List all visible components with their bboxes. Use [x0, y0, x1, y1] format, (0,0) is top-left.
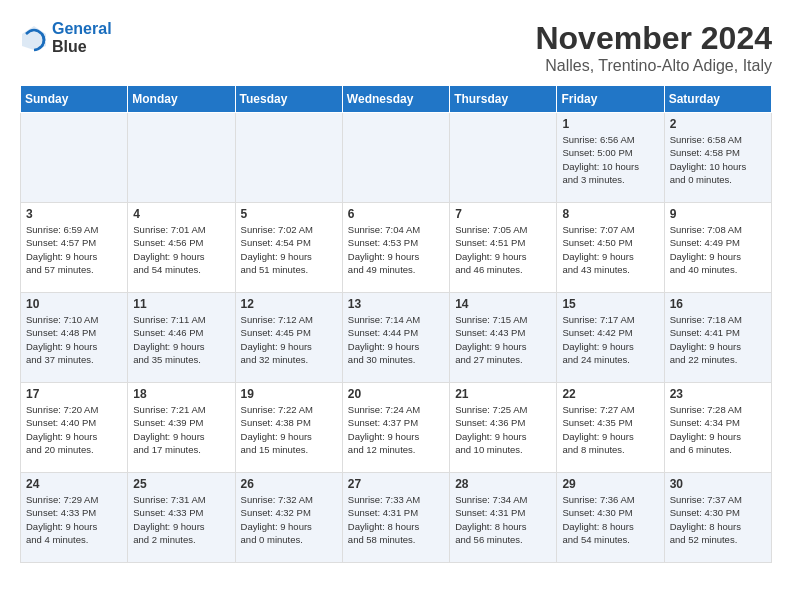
calendar-cell: 10Sunrise: 7:10 AMSunset: 4:48 PMDayligh…: [21, 293, 128, 383]
calendar-cell: [342, 113, 449, 203]
day-number: 21: [455, 387, 551, 401]
calendar-cell: 6Sunrise: 7:04 AMSunset: 4:53 PMDaylight…: [342, 203, 449, 293]
day-info: Sunrise: 7:05 AMSunset: 4:51 PMDaylight:…: [455, 223, 551, 276]
day-number: 8: [562, 207, 658, 221]
day-number: 5: [241, 207, 337, 221]
calendar-cell: 17Sunrise: 7:20 AMSunset: 4:40 PMDayligh…: [21, 383, 128, 473]
day-info: Sunrise: 7:14 AMSunset: 4:44 PMDaylight:…: [348, 313, 444, 366]
calendar-cell: 30Sunrise: 7:37 AMSunset: 4:30 PMDayligh…: [664, 473, 771, 563]
calendar-header: SundayMondayTuesdayWednesdayThursdayFrid…: [21, 86, 772, 113]
day-number: 13: [348, 297, 444, 311]
calendar-cell: 27Sunrise: 7:33 AMSunset: 4:31 PMDayligh…: [342, 473, 449, 563]
day-info: Sunrise: 7:34 AMSunset: 4:31 PMDaylight:…: [455, 493, 551, 546]
day-number: 24: [26, 477, 122, 491]
calendar-body: 1Sunrise: 6:56 AMSunset: 5:00 PMDaylight…: [21, 113, 772, 563]
weekday-header-friday: Friday: [557, 86, 664, 113]
day-info: Sunrise: 7:20 AMSunset: 4:40 PMDaylight:…: [26, 403, 122, 456]
calendar-cell: 14Sunrise: 7:15 AMSunset: 4:43 PMDayligh…: [450, 293, 557, 383]
day-info: Sunrise: 7:18 AMSunset: 4:41 PMDaylight:…: [670, 313, 766, 366]
calendar-cell: 23Sunrise: 7:28 AMSunset: 4:34 PMDayligh…: [664, 383, 771, 473]
day-info: Sunrise: 6:56 AMSunset: 5:00 PMDaylight:…: [562, 133, 658, 186]
day-info: Sunrise: 7:07 AMSunset: 4:50 PMDaylight:…: [562, 223, 658, 276]
day-info: Sunrise: 7:33 AMSunset: 4:31 PMDaylight:…: [348, 493, 444, 546]
weekday-header-thursday: Thursday: [450, 86, 557, 113]
day-number: 12: [241, 297, 337, 311]
calendar-cell: 25Sunrise: 7:31 AMSunset: 4:33 PMDayligh…: [128, 473, 235, 563]
weekday-header-monday: Monday: [128, 86, 235, 113]
day-info: Sunrise: 7:12 AMSunset: 4:45 PMDaylight:…: [241, 313, 337, 366]
calendar-cell: 20Sunrise: 7:24 AMSunset: 4:37 PMDayligh…: [342, 383, 449, 473]
day-number: 4: [133, 207, 229, 221]
day-number: 27: [348, 477, 444, 491]
day-number: 10: [26, 297, 122, 311]
day-number: 28: [455, 477, 551, 491]
calendar-cell: 15Sunrise: 7:17 AMSunset: 4:42 PMDayligh…: [557, 293, 664, 383]
day-number: 25: [133, 477, 229, 491]
weekday-header-tuesday: Tuesday: [235, 86, 342, 113]
day-info: Sunrise: 7:08 AMSunset: 4:49 PMDaylight:…: [670, 223, 766, 276]
day-info: Sunrise: 7:01 AMSunset: 4:56 PMDaylight:…: [133, 223, 229, 276]
day-info: Sunrise: 7:32 AMSunset: 4:32 PMDaylight:…: [241, 493, 337, 546]
calendar-cell: 7Sunrise: 7:05 AMSunset: 4:51 PMDaylight…: [450, 203, 557, 293]
day-number: 9: [670, 207, 766, 221]
day-info: Sunrise: 7:17 AMSunset: 4:42 PMDaylight:…: [562, 313, 658, 366]
day-info: Sunrise: 7:27 AMSunset: 4:35 PMDaylight:…: [562, 403, 658, 456]
day-number: 7: [455, 207, 551, 221]
day-number: 14: [455, 297, 551, 311]
calendar-cell: [128, 113, 235, 203]
day-number: 26: [241, 477, 337, 491]
day-number: 11: [133, 297, 229, 311]
day-info: Sunrise: 7:11 AMSunset: 4:46 PMDaylight:…: [133, 313, 229, 366]
day-number: 23: [670, 387, 766, 401]
calendar-cell: 12Sunrise: 7:12 AMSunset: 4:45 PMDayligh…: [235, 293, 342, 383]
calendar-cell: 11Sunrise: 7:11 AMSunset: 4:46 PMDayligh…: [128, 293, 235, 383]
calendar-cell: 22Sunrise: 7:27 AMSunset: 4:35 PMDayligh…: [557, 383, 664, 473]
calendar-cell: [21, 113, 128, 203]
calendar-cell: 4Sunrise: 7:01 AMSunset: 4:56 PMDaylight…: [128, 203, 235, 293]
calendar-week-row: 1Sunrise: 6:56 AMSunset: 5:00 PMDaylight…: [21, 113, 772, 203]
day-info: Sunrise: 7:28 AMSunset: 4:34 PMDaylight:…: [670, 403, 766, 456]
header: General Blue November 2024 Nalles, Trent…: [20, 20, 772, 75]
calendar-cell: 24Sunrise: 7:29 AMSunset: 4:33 PMDayligh…: [21, 473, 128, 563]
month-title: November 2024: [535, 20, 772, 57]
calendar-week-row: 17Sunrise: 7:20 AMSunset: 4:40 PMDayligh…: [21, 383, 772, 473]
day-info: Sunrise: 7:21 AMSunset: 4:39 PMDaylight:…: [133, 403, 229, 456]
calendar-cell: 13Sunrise: 7:14 AMSunset: 4:44 PMDayligh…: [342, 293, 449, 383]
calendar-cell: 28Sunrise: 7:34 AMSunset: 4:31 PMDayligh…: [450, 473, 557, 563]
day-number: 18: [133, 387, 229, 401]
weekday-header-wednesday: Wednesday: [342, 86, 449, 113]
day-number: 29: [562, 477, 658, 491]
day-info: Sunrise: 7:29 AMSunset: 4:33 PMDaylight:…: [26, 493, 122, 546]
day-number: 20: [348, 387, 444, 401]
day-info: Sunrise: 6:59 AMSunset: 4:57 PMDaylight:…: [26, 223, 122, 276]
calendar-cell: 21Sunrise: 7:25 AMSunset: 4:36 PMDayligh…: [450, 383, 557, 473]
calendar-cell: 16Sunrise: 7:18 AMSunset: 4:41 PMDayligh…: [664, 293, 771, 383]
logo-icon: [20, 24, 48, 52]
logo: General Blue: [20, 20, 112, 56]
day-info: Sunrise: 7:02 AMSunset: 4:54 PMDaylight:…: [241, 223, 337, 276]
day-info: Sunrise: 7:04 AMSunset: 4:53 PMDaylight:…: [348, 223, 444, 276]
day-number: 22: [562, 387, 658, 401]
weekday-header-sunday: Sunday: [21, 86, 128, 113]
calendar-cell: 26Sunrise: 7:32 AMSunset: 4:32 PMDayligh…: [235, 473, 342, 563]
calendar-week-row: 10Sunrise: 7:10 AMSunset: 4:48 PMDayligh…: [21, 293, 772, 383]
calendar-cell: 9Sunrise: 7:08 AMSunset: 4:49 PMDaylight…: [664, 203, 771, 293]
calendar-table: SundayMondayTuesdayWednesdayThursdayFrid…: [20, 85, 772, 563]
calendar-cell: 2Sunrise: 6:58 AMSunset: 4:58 PMDaylight…: [664, 113, 771, 203]
day-number: 6: [348, 207, 444, 221]
day-info: Sunrise: 7:37 AMSunset: 4:30 PMDaylight:…: [670, 493, 766, 546]
day-info: Sunrise: 7:15 AMSunset: 4:43 PMDaylight:…: [455, 313, 551, 366]
weekday-header-saturday: Saturday: [664, 86, 771, 113]
calendar-week-row: 3Sunrise: 6:59 AMSunset: 4:57 PMDaylight…: [21, 203, 772, 293]
day-number: 3: [26, 207, 122, 221]
day-info: Sunrise: 7:24 AMSunset: 4:37 PMDaylight:…: [348, 403, 444, 456]
day-info: Sunrise: 7:25 AMSunset: 4:36 PMDaylight:…: [455, 403, 551, 456]
day-info: Sunrise: 7:31 AMSunset: 4:33 PMDaylight:…: [133, 493, 229, 546]
location-title: Nalles, Trentino-Alto Adige, Italy: [535, 57, 772, 75]
calendar-cell: 5Sunrise: 7:02 AMSunset: 4:54 PMDaylight…: [235, 203, 342, 293]
day-number: 17: [26, 387, 122, 401]
calendar-cell: 8Sunrise: 7:07 AMSunset: 4:50 PMDaylight…: [557, 203, 664, 293]
day-number: 2: [670, 117, 766, 131]
day-number: 16: [670, 297, 766, 311]
title-area: November 2024 Nalles, Trentino-Alto Adig…: [535, 20, 772, 75]
